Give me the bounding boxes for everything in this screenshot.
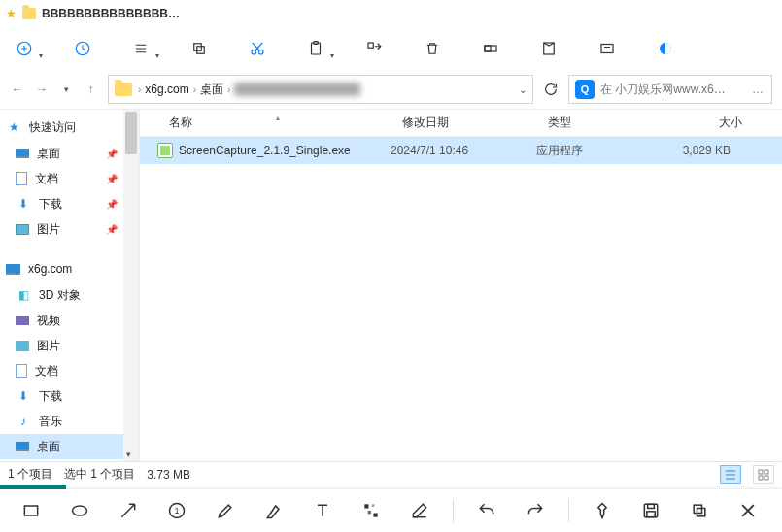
undo-button[interactable] [467,493,506,528]
theme-button[interactable] [649,32,682,65]
sidebar-item-desktop2[interactable]: 桌面 [0,434,139,459]
sidebar-item-label: 快速访问 [29,119,76,136]
svg-rect-3 [197,47,205,54]
tool-number-button[interactable]: 1 [157,493,196,528]
column-date[interactable]: 修改日期 [394,115,540,131]
folder-icon [115,83,132,96]
new-button[interactable]: ▾ [8,32,41,65]
column-name[interactable]: ▴名称 [161,115,394,131]
svg-rect-14 [759,470,763,474]
svg-rect-25 [374,514,378,517]
chevron-right-icon: › [193,84,196,95]
scroll-down-icon[interactable]: ▾ [126,449,131,459]
recent-locations-button[interactable]: ▾ [59,79,74,100]
sidebar-item-pictures2[interactable]: 图片 [0,333,139,358]
cube-icon: ◧ [16,288,31,302]
tool-text-button[interactable] [303,493,342,528]
sidebar-item-local-disk-c[interactable]: 本地磁盘 (C:) [0,459,139,461]
large-icons-view-button[interactable] [753,465,774,484]
exe-icon [157,143,173,158]
svg-rect-12 [601,45,613,53]
properties-button[interactable] [532,32,565,65]
move-to-button[interactable] [357,32,391,65]
svg-rect-24 [368,511,371,514]
svg-rect-28 [647,512,655,517]
copy-button[interactable] [183,32,216,65]
svg-rect-22 [364,504,368,508]
svg-rect-18 [24,506,37,515]
sidebar-item-documents[interactable]: 文档📌 [0,166,139,191]
pin-icon: 📌 [106,224,118,235]
tool-highlighter-button[interactable] [255,493,293,528]
status-count: 1 个项目 [8,466,52,482]
file-row[interactable]: ScreenCapture_2.1.9_Single.exe 2024/7/1 … [140,137,782,164]
redo-button[interactable] [516,493,555,528]
scroll-thumb[interactable] [125,112,137,154]
tool-mosaic-button[interactable] [352,493,391,528]
search-more-icon[interactable]: … [752,83,765,96]
tool-arrow-button[interactable] [109,493,148,528]
sidebar-this-pc[interactable]: x6g.com [0,255,139,283]
document-icon [16,172,27,185]
forward-button[interactable]: → [34,79,49,100]
delete-button[interactable] [416,32,449,65]
select-button[interactable] [591,32,624,65]
computer-icon [6,264,20,275]
status-selection: 选中 1 个项目 [64,466,135,482]
tool-pen-button[interactable] [206,493,245,528]
paste-button[interactable]: ▾ [299,32,332,65]
sidebar-item-label: 3D 对象 [39,287,81,304]
svg-point-19 [73,506,87,515]
details-view-button[interactable] [720,465,741,484]
svg-rect-23 [372,504,375,507]
rename-button[interactable] [474,32,507,65]
cut-button[interactable] [241,32,274,65]
sidebar-item-desktop[interactable]: 桌面📌 [0,141,139,166]
toolbar-separator [568,499,569,522]
sidebar-item-documents2[interactable]: 文档 [0,358,139,383]
file-type-cell: 应用程序 [528,143,657,159]
tool-rectangle-button[interactable] [12,493,51,528]
svg-rect-15 [765,470,768,474]
breadcrumb-item[interactable]: 桌面 [200,82,223,98]
save-button[interactable] [631,493,670,528]
sidebar-item-pictures[interactable]: 图片📌 [0,216,139,242]
sidebar-item-label: 下载 [39,388,62,405]
sidebar-item-downloads[interactable]: ⬇下载📌 [0,191,139,216]
column-type[interactable]: 类型 [540,115,668,131]
sidebar-item-videos[interactable]: 视频 [0,308,139,333]
chevron-right-icon: › [138,84,141,95]
view-list-button[interactable]: ▾ [124,32,157,65]
sidebar-item-label: 下载 [39,196,62,213]
svg-rect-30 [697,509,705,516]
pin-button[interactable] [583,493,622,528]
search-box[interactable]: Q … [568,75,772,104]
back-button[interactable]: ← [10,79,24,100]
navigation-pane: ★ 快速访问 桌面📌 文档📌 ⬇下载📌 图片📌 x6g.com ◧3D 对象 视… [0,110,140,461]
download-icon: ⬇ [16,197,31,211]
sidebar-quick-access[interactable]: ★ 快速访问 [0,114,139,141]
status-size: 3.73 MB [147,468,190,482]
sidebar-item-label: 图片 [37,221,60,238]
document-icon [16,364,27,378]
column-label: 名称 [169,115,192,131]
search-input[interactable] [600,83,746,96]
chevron-down-icon: ▾ [155,51,159,60]
history-button[interactable] [66,32,99,65]
close-button[interactable] [729,493,767,528]
breadcrumb-item[interactable]: x6g.com [145,83,188,96]
sidebar-item-music[interactable]: ♪音乐 [0,409,139,434]
refresh-button[interactable] [543,79,559,100]
sidebar-scrollbar[interactable]: ▴ ▾ [123,110,139,461]
sidebar-item-downloads2[interactable]: ⬇下载 [0,383,139,409]
svg-rect-16 [759,476,763,480]
copy-image-button[interactable] [680,493,719,528]
address-bar[interactable]: › x6g.com › 桌面 › ⌄ [108,75,533,104]
sidebar-item-3d[interactable]: ◧3D 对象 [0,283,139,308]
up-button[interactable]: ↑ [84,79,98,100]
tool-ellipse-button[interactable] [60,493,99,528]
column-size[interactable]: 大小 [668,115,750,131]
tool-eraser-button[interactable] [400,493,439,528]
chevron-down-icon[interactable]: ⌄ [519,84,527,95]
svg-rect-27 [648,504,655,508]
